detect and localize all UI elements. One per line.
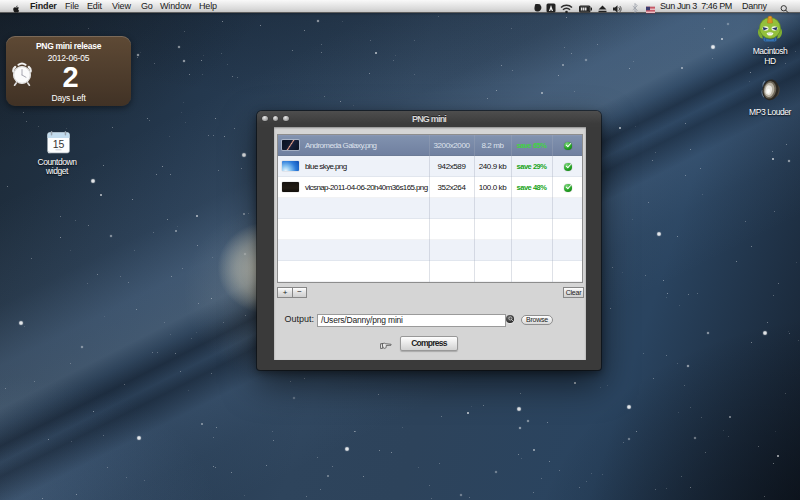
svg-text:15: 15 <box>53 138 65 150</box>
